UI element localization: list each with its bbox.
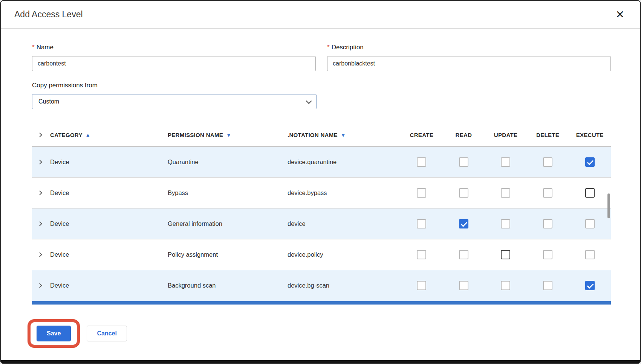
description-field-group: *Description: [327, 44, 611, 71]
checkbox-read[interactable]: [459, 219, 468, 228]
checkbox-create[interactable]: [417, 188, 426, 198]
action-buttons: Save Cancel: [37, 326, 611, 341]
chevron-right-icon: [37, 283, 42, 288]
checkbox-delete[interactable]: [543, 188, 552, 198]
column-header-create: CREATE: [401, 132, 443, 138]
row-expand-button[interactable]: [32, 284, 50, 287]
copy-permissions-label: Copy permissions from: [32, 82, 317, 89]
permission-cell: Background scan: [168, 282, 288, 289]
checkbox-cell: [527, 157, 569, 167]
checkbox-delete[interactable]: [543, 157, 552, 167]
checkbox-create[interactable]: [417, 281, 426, 290]
checkbox-cell: [401, 219, 443, 228]
checkbox-create[interactable]: [417, 157, 426, 167]
required-asterisk: *: [327, 44, 330, 51]
checkbox-execute[interactable]: [585, 157, 595, 167]
checkbox-create[interactable]: [417, 250, 426, 259]
checkbox-cell: [485, 250, 527, 259]
category-cell: Device: [50, 220, 168, 227]
save-button[interactable]: Save: [37, 326, 71, 341]
name-label: *Name: [32, 44, 316, 51]
checkbox-cell: [569, 250, 611, 259]
checkbox-delete[interactable]: [543, 250, 552, 259]
column-header-notation-name[interactable]: .NOTATION NAME ▼: [288, 132, 401, 138]
row-expand-button[interactable]: [32, 160, 50, 164]
notation-cell: device: [288, 220, 401, 227]
description-input[interactable]: [327, 56, 611, 71]
name-field-group: *Name: [32, 44, 316, 71]
checkbox-cell: [443, 188, 485, 198]
checkbox-read[interactable]: [459, 281, 468, 290]
row-expand-button[interactable]: [32, 191, 50, 195]
permission-cell: Bypass: [168, 189, 288, 196]
checkbox-update[interactable]: [501, 281, 510, 290]
checkbox-cell: [443, 250, 485, 259]
category-cell: Device: [50, 189, 168, 196]
modal-content: *Name *Description Copy permissions from…: [1, 29, 640, 341]
chevron-right-icon: [37, 221, 42, 226]
sort-ascending-icon: ▲: [86, 132, 90, 138]
checkbox-cell: [527, 281, 569, 290]
copy-permissions-group: Copy permissions from Custom: [32, 82, 317, 109]
checkbox-cell: [569, 219, 611, 228]
column-header-permission-name[interactable]: PERMISSION NAME ▼: [168, 132, 288, 138]
column-header-category[interactable]: CATEGORY ▲: [50, 132, 168, 138]
category-cell: Device: [50, 251, 168, 258]
chevron-down-icon: [306, 98, 312, 104]
checkbox-cell: [443, 157, 485, 167]
table-row: DeviceGeneral informationdevice: [32, 209, 611, 239]
row-expand-button[interactable]: [32, 253, 50, 256]
cancel-button[interactable]: Cancel: [87, 326, 127, 341]
filter-icon: ▼: [341, 132, 346, 138]
permission-cell: Quarantine: [168, 158, 288, 166]
checkbox-cell: [485, 188, 527, 198]
checkbox-cell: [527, 219, 569, 228]
checkbox-cell: [485, 157, 527, 167]
close-icon[interactable]: ✕: [613, 8, 627, 21]
chevron-right-icon: [37, 133, 42, 137]
category-cell: Device: [50, 282, 168, 289]
checkbox-cell: [443, 281, 485, 290]
checkbox-update[interactable]: [501, 219, 510, 228]
checkbox-execute[interactable]: [585, 250, 595, 259]
column-header-update: UPDATE: [485, 132, 527, 138]
checkbox-read[interactable]: [459, 188, 468, 198]
checkbox-update[interactable]: [501, 188, 510, 198]
column-header-execute: EXECUTE: [569, 132, 611, 138]
checkbox-cell: [569, 188, 611, 198]
notation-cell: device.quarantine: [288, 158, 401, 166]
permissions-table: CATEGORY ▲ PERMISSION NAME ▼ .NOTATION N…: [32, 123, 611, 305]
header-expand-button[interactable]: [32, 133, 50, 137]
modal-header: Add Access Level ✕: [1, 1, 640, 29]
name-label-text: Name: [37, 44, 54, 51]
page-bottom-edge: [1, 360, 640, 363]
copy-permissions-value: Custom: [38, 98, 59, 105]
checkbox-execute[interactable]: [585, 219, 595, 228]
copy-permissions-select[interactable]: Custom: [32, 94, 317, 109]
category-cell: Device: [50, 158, 168, 166]
chevron-right-icon: [37, 160, 42, 164]
checkbox-delete[interactable]: [543, 281, 552, 290]
checkbox-delete[interactable]: [543, 219, 552, 228]
table-vertical-scrollbar[interactable]: [607, 193, 610, 218]
table-row: DevicePolicy assignmentdevice.policy: [32, 239, 611, 270]
table-row: DeviceBackground scandevice.bg-scan: [32, 270, 611, 301]
checkbox-create[interactable]: [417, 219, 426, 228]
permission-cell: Policy assignment: [168, 251, 288, 258]
checkbox-update[interactable]: [501, 157, 510, 167]
checkbox-update[interactable]: [501, 250, 510, 259]
table-row: DeviceQuarantinedevice.quarantine: [32, 147, 611, 178]
checkbox-read[interactable]: [459, 157, 468, 167]
required-asterisk: *: [32, 44, 35, 51]
checkbox-read[interactable]: [459, 250, 468, 259]
notation-cell: device.bg-scan: [288, 282, 401, 289]
category-header-label: CATEGORY: [50, 132, 83, 138]
checkbox-execute[interactable]: [585, 281, 595, 290]
permission-cell: General information: [168, 220, 288, 227]
checkbox-cell: [401, 157, 443, 167]
name-input[interactable]: [32, 56, 316, 71]
checkbox-execute[interactable]: [585, 188, 595, 198]
notation-cell: device.policy: [288, 251, 401, 258]
row-expand-button[interactable]: [32, 222, 50, 225]
checkbox-cell: [569, 157, 611, 167]
